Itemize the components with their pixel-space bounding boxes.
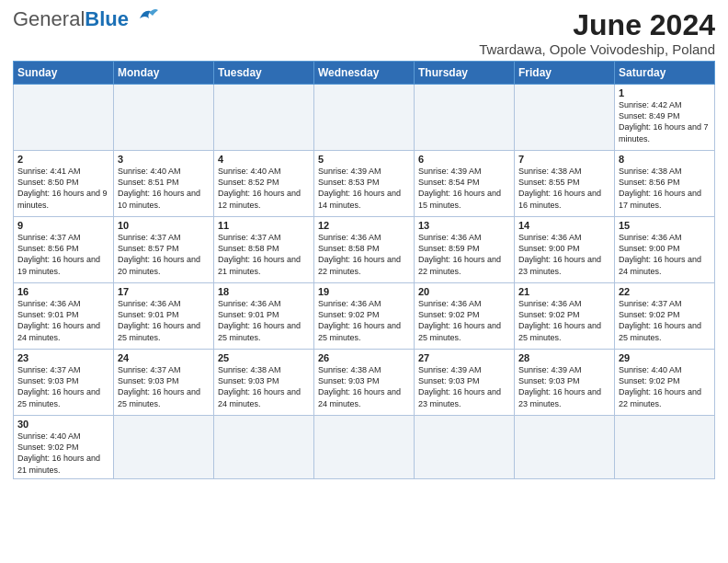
day-number: 9: [17, 220, 109, 231]
day-info: Sunrise: 4:37 AM Sunset: 8:58 PM Dayligh…: [218, 232, 310, 277]
day-number: 29: [619, 352, 711, 363]
day-number: 10: [118, 220, 210, 231]
calendar-header-row: Sunday Monday Tuesday Wednesday Thursday…: [14, 62, 715, 85]
col-sunday: Sunday: [14, 62, 114, 85]
calendar-cell: [14, 85, 114, 151]
day-number: 11: [218, 220, 310, 231]
calendar-cell: [214, 416, 314, 479]
day-number: 6: [418, 154, 510, 165]
calendar-cell: 6Sunrise: 4:39 AM Sunset: 8:54 PM Daylig…: [415, 151, 515, 217]
calendar-table: Sunday Monday Tuesday Wednesday Thursday…: [13, 61, 715, 479]
calendar-cell: [515, 416, 615, 479]
day-info: Sunrise: 4:38 AM Sunset: 9:03 PM Dayligh…: [218, 364, 310, 409]
day-info: Sunrise: 4:36 AM Sunset: 9:01 PM Dayligh…: [218, 298, 310, 343]
day-number: 12: [318, 220, 410, 231]
day-number: 26: [318, 352, 410, 363]
day-number: 18: [218, 286, 310, 297]
day-info: Sunrise: 4:39 AM Sunset: 9:03 PM Dayligh…: [418, 364, 510, 409]
calendar-title: June 2024: [479, 9, 715, 41]
calendar-location: Twardawa, Opole Voivodeship, Poland: [479, 41, 715, 57]
day-number: 1: [619, 87, 711, 98]
day-info: Sunrise: 4:37 AM Sunset: 8:57 PM Dayligh…: [118, 232, 210, 277]
calendar-cell: 4Sunrise: 4:40 AM Sunset: 8:52 PM Daylig…: [214, 151, 314, 217]
day-info: Sunrise: 4:36 AM Sunset: 9:02 PM Dayligh…: [518, 298, 610, 343]
calendar-cell: 25Sunrise: 4:38 AM Sunset: 9:03 PM Dayli…: [214, 350, 314, 416]
calendar-cell: [515, 85, 615, 151]
calendar-week-row: 30Sunrise: 4:40 AM Sunset: 9:02 PM Dayli…: [14, 416, 715, 479]
calendar-cell: 17Sunrise: 4:36 AM Sunset: 9:01 PM Dayli…: [114, 283, 214, 350]
calendar-week-row: 16Sunrise: 4:36 AM Sunset: 9:01 PM Dayli…: [14, 283, 715, 350]
title-block: June 2024 Twardawa, Opole Voivodeship, P…: [479, 9, 715, 57]
calendar-cell: 16Sunrise: 4:36 AM Sunset: 9:01 PM Dayli…: [14, 283, 114, 350]
day-info: Sunrise: 4:40 AM Sunset: 8:51 PM Dayligh…: [118, 166, 210, 211]
calendar-cell: 22Sunrise: 4:37 AM Sunset: 9:02 PM Dayli…: [615, 283, 715, 350]
day-info: Sunrise: 4:40 AM Sunset: 8:52 PM Dayligh…: [218, 166, 310, 211]
day-info: Sunrise: 4:40 AM Sunset: 9:02 PM Dayligh…: [619, 364, 711, 409]
logo-bird-icon: [132, 6, 160, 26]
calendar-cell: 27Sunrise: 4:39 AM Sunset: 9:03 PM Dayli…: [415, 350, 515, 416]
day-number: 20: [418, 286, 510, 297]
logo: GeneralBlue: [13, 9, 160, 29]
calendar-cell: [314, 416, 415, 479]
day-info: Sunrise: 4:39 AM Sunset: 8:53 PM Dayligh…: [318, 166, 410, 211]
day-info: Sunrise: 4:36 AM Sunset: 9:01 PM Dayligh…: [118, 298, 210, 343]
calendar-cell: 10Sunrise: 4:37 AM Sunset: 8:57 PM Dayli…: [114, 217, 214, 283]
day-number: 16: [17, 286, 109, 297]
day-info: Sunrise: 4:37 AM Sunset: 9:02 PM Dayligh…: [619, 298, 711, 343]
calendar-cell: 29Sunrise: 4:40 AM Sunset: 9:02 PM Dayli…: [615, 350, 715, 416]
calendar-cell: 26Sunrise: 4:38 AM Sunset: 9:03 PM Dayli…: [314, 350, 415, 416]
col-thursday: Thursday: [415, 62, 515, 85]
calendar-cell: [314, 85, 415, 151]
day-number: 4: [218, 154, 310, 165]
day-number: 5: [318, 154, 410, 165]
calendar-cell: 21Sunrise: 4:36 AM Sunset: 9:02 PM Dayli…: [515, 283, 615, 350]
calendar-cell: 28Sunrise: 4:39 AM Sunset: 9:03 PM Dayli…: [515, 350, 615, 416]
col-friday: Friday: [515, 62, 615, 85]
day-number: 7: [518, 154, 610, 165]
day-info: Sunrise: 4:36 AM Sunset: 9:00 PM Dayligh…: [619, 232, 711, 277]
logo-text: GeneralBlue: [13, 9, 129, 29]
day-number: 23: [17, 352, 109, 363]
day-info: Sunrise: 4:38 AM Sunset: 8:55 PM Dayligh…: [518, 166, 610, 211]
calendar-cell: 7Sunrise: 4:38 AM Sunset: 8:55 PM Daylig…: [515, 151, 615, 217]
calendar-cell: [214, 85, 314, 151]
day-number: 15: [619, 220, 711, 231]
day-info: Sunrise: 4:40 AM Sunset: 9:02 PM Dayligh…: [17, 431, 109, 476]
day-number: 27: [418, 352, 510, 363]
calendar-cell: 24Sunrise: 4:37 AM Sunset: 9:03 PM Dayli…: [114, 350, 214, 416]
calendar-cell: 12Sunrise: 4:36 AM Sunset: 8:58 PM Dayli…: [314, 217, 415, 283]
day-number: 24: [118, 352, 210, 363]
day-number: 19: [318, 286, 410, 297]
calendar-page: GeneralBlue June 2024 Twardawa, Opole Vo…: [0, 0, 728, 488]
calendar-cell: 18Sunrise: 4:36 AM Sunset: 9:01 PM Dayli…: [214, 283, 314, 350]
col-tuesday: Tuesday: [214, 62, 314, 85]
col-wednesday: Wednesday: [314, 62, 415, 85]
calendar-cell: [114, 85, 214, 151]
day-number: 2: [17, 154, 109, 165]
day-info: Sunrise: 4:42 AM Sunset: 8:49 PM Dayligh…: [619, 99, 711, 144]
day-info: Sunrise: 4:36 AM Sunset: 8:59 PM Dayligh…: [418, 232, 510, 277]
calendar-week-row: 9Sunrise: 4:37 AM Sunset: 8:56 PM Daylig…: [14, 217, 715, 283]
day-number: 8: [619, 154, 711, 165]
calendar-cell: 9Sunrise: 4:37 AM Sunset: 8:56 PM Daylig…: [14, 217, 114, 283]
calendar-week-row: 2Sunrise: 4:41 AM Sunset: 8:50 PM Daylig…: [14, 151, 715, 217]
day-number: 30: [17, 419, 109, 430]
day-info: Sunrise: 4:36 AM Sunset: 9:02 PM Dayligh…: [318, 298, 410, 343]
calendar-cell: [415, 85, 515, 151]
calendar-cell: 1Sunrise: 4:42 AM Sunset: 8:49 PM Daylig…: [615, 85, 715, 151]
day-info: Sunrise: 4:38 AM Sunset: 8:56 PM Dayligh…: [619, 166, 711, 211]
day-number: 13: [418, 220, 510, 231]
calendar-cell: 30Sunrise: 4:40 AM Sunset: 9:02 PM Dayli…: [14, 416, 114, 479]
day-info: Sunrise: 4:36 AM Sunset: 9:01 PM Dayligh…: [17, 298, 109, 343]
calendar-cell: [114, 416, 214, 479]
calendar-cell: 13Sunrise: 4:36 AM Sunset: 8:59 PM Dayli…: [415, 217, 515, 283]
day-number: 25: [218, 352, 310, 363]
calendar-cell: 5Sunrise: 4:39 AM Sunset: 8:53 PM Daylig…: [314, 151, 415, 217]
day-number: 3: [118, 154, 210, 165]
calendar-cell: [615, 416, 715, 479]
calendar-week-row: 1Sunrise: 4:42 AM Sunset: 8:49 PM Daylig…: [14, 85, 715, 151]
day-info: Sunrise: 4:36 AM Sunset: 9:00 PM Dayligh…: [518, 232, 610, 277]
day-info: Sunrise: 4:37 AM Sunset: 8:56 PM Dayligh…: [17, 232, 109, 277]
day-info: Sunrise: 4:36 AM Sunset: 8:58 PM Dayligh…: [318, 232, 410, 277]
calendar-cell: 8Sunrise: 4:38 AM Sunset: 8:56 PM Daylig…: [615, 151, 715, 217]
